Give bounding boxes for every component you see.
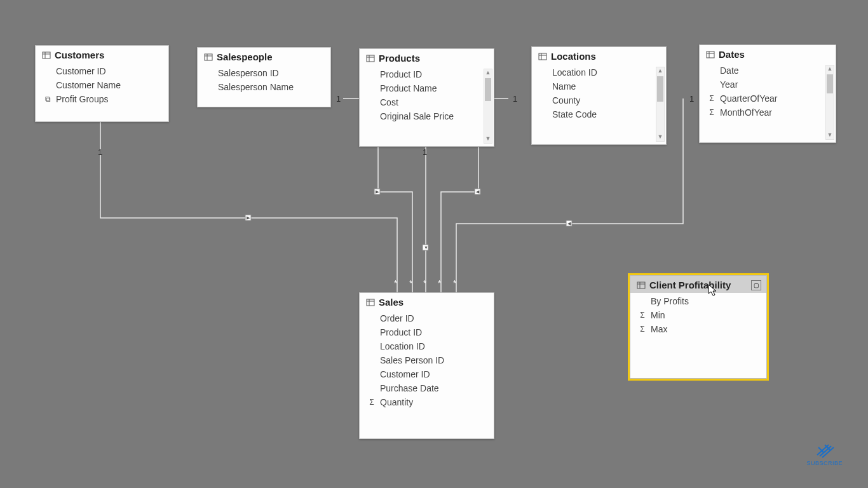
svg-text:◀: ◀ [476, 189, 480, 194]
field-row[interactable]: ΣMax [630, 322, 766, 336]
table-header-customers[interactable]: Customers [36, 46, 168, 63]
scroll-thumb[interactable] [485, 78, 491, 101]
table-customers[interactable]: Customers ·Customer ID·Customer Name⧉Pro… [35, 45, 169, 122]
scroll-down-icon[interactable]: ▼ [826, 132, 834, 139]
field-row[interactable]: ΣQuantity [360, 395, 494, 409]
field-row[interactable]: ·Salesperson Name [198, 80, 330, 94]
scroll-thumb[interactable] [657, 76, 663, 102]
field-label: Cost [380, 97, 489, 107]
table-salespeople[interactable]: Salespeople ·Salesperson ID·Salesperson … [197, 47, 331, 107]
table-sales[interactable]: Sales ·Order ID·Product ID·Location ID·S… [359, 292, 494, 439]
field-row[interactable]: ·Product ID [360, 67, 494, 81]
table-body-customers: ·Customer ID·Customer Name⧉Profit Groups [36, 63, 168, 121]
svg-text:*: * [438, 278, 441, 288]
cardinality-one-dates: 1 [689, 94, 694, 104]
field-label: Quantity [380, 397, 489, 407]
scrollbar-dates[interactable]: ▲ ▼ [825, 65, 834, 140]
scroll-thumb[interactable] [827, 74, 833, 93]
field-label: Sales Person ID [380, 355, 489, 365]
field-row[interactable]: ·Purchase Date [360, 381, 494, 395]
scrollbar-products[interactable]: ▲ ▼ [484, 69, 492, 144]
svg-rect-27 [707, 51, 714, 58]
scroll-up-icon[interactable]: ▲ [484, 69, 492, 77]
field-label: Order ID [380, 313, 489, 323]
field-row[interactable]: ·By Profits [630, 294, 766, 308]
svg-text:▼: ▼ [424, 245, 428, 250]
field-row[interactable]: ·Location ID [532, 65, 666, 79]
svg-rect-2 [423, 245, 428, 250]
table-header-locations[interactable]: Locations [532, 47, 666, 64]
field-row[interactable]: ·Customer Name [36, 78, 168, 92]
field-row[interactable]: ·Name [532, 79, 666, 93]
field-label: Location ID [380, 341, 489, 351]
table-header-sales[interactable]: Sales [360, 293, 494, 310]
field-row[interactable]: ·Location ID [360, 339, 494, 353]
svg-text:◀: ◀ [567, 221, 571, 226]
scroll-up-icon[interactable]: ▲ [826, 65, 834, 73]
svg-rect-30 [367, 299, 374, 306]
subscribe-watermark: SUBSCRIBE [806, 442, 843, 466]
svg-rect-4 [566, 220, 572, 226]
field-row[interactable]: ·Product ID [360, 325, 494, 339]
svg-rect-33 [637, 282, 645, 288]
svg-text:▶: ▶ [376, 189, 379, 194]
field-label: By Profits [651, 296, 761, 306]
field-label: Max [651, 324, 761, 334]
scroll-up-icon[interactable]: ▲ [656, 67, 664, 75]
field-label: Min [651, 310, 761, 320]
table-icon [204, 53, 213, 62]
field-row[interactable]: ΣMonthOfYear [700, 105, 836, 119]
table-icon [706, 50, 715, 59]
field-row[interactable]: ΣQuarterOfYear [700, 92, 836, 105]
sigma-icon: Σ [707, 94, 716, 103]
scroll-down-icon[interactable]: ▼ [484, 135, 492, 143]
field-label: State Code [552, 109, 661, 119]
svg-rect-24 [539, 53, 546, 60]
field-row[interactable]: ·State Code [532, 107, 666, 121]
field-row[interactable]: ·Original Sale Price [360, 109, 494, 123]
field-label: Date [720, 65, 831, 76]
field-row[interactable]: ·Salesperson ID [198, 66, 330, 80]
table-title: Customers [55, 50, 104, 60]
svg-rect-3 [475, 189, 480, 194]
field-row[interactable]: ·Sales Person ID [360, 353, 494, 367]
table-icon [366, 54, 375, 63]
table-header-dates[interactable]: Dates [700, 45, 836, 62]
sigma-icon: Σ [638, 325, 647, 334]
table-title: Dates [719, 49, 745, 60]
field-row[interactable]: ·Cost [360, 95, 494, 109]
field-label: Name [552, 81, 661, 92]
table-title: Sales [379, 297, 403, 308]
scroll-down-icon[interactable]: ▼ [656, 133, 664, 141]
group-icon: ⧉ [43, 95, 52, 104]
model-view-canvas[interactable]: ▶ ▶ ▼ ◀ ◀ * * * * * 1 1 1 1 1 Customers … [0, 0, 868, 488]
svg-rect-1 [374, 189, 380, 194]
field-row[interactable]: ·Date [700, 64, 836, 78]
svg-rect-18 [205, 54, 212, 60]
table-icon [637, 281, 646, 290]
table-products[interactable]: Products ·Product ID·Product Name·Cost·O… [359, 48, 494, 147]
table-client-profitability[interactable]: Client Profitability ▢ ·By ProfitsΣMinΣM… [630, 275, 767, 379]
field-row[interactable]: ΣMin [630, 308, 766, 322]
field-row[interactable]: ⧉Profit Groups [36, 92, 168, 106]
expand-table-button[interactable]: ▢ [751, 280, 761, 290]
table-header-products[interactable]: Products [360, 49, 494, 66]
field-row[interactable]: ·Customer ID [36, 64, 168, 78]
field-row[interactable]: ·Year [700, 78, 836, 92]
svg-text:▶: ▶ [247, 215, 250, 220]
table-locations[interactable]: Locations ·Location ID·Name·County·State… [531, 46, 667, 145]
field-row[interactable]: ·Product Name [360, 81, 494, 95]
field-label: County [552, 95, 661, 105]
field-label: Original Sale Price [380, 111, 489, 121]
scrollbar-locations[interactable]: ▲ ▼ [656, 67, 665, 142]
table-header-client-profitability[interactable]: Client Profitability ▢ [630, 276, 766, 293]
field-label: Product ID [380, 69, 489, 79]
table-title: Locations [551, 51, 596, 62]
field-row[interactable]: ·County [532, 93, 666, 107]
table-dates[interactable]: Dates ·Date·YearΣQuarterOfYearΣMonthOfYe… [699, 44, 836, 143]
field-row[interactable]: ·Order ID [360, 311, 494, 325]
table-header-salespeople[interactable]: Salespeople [198, 48, 330, 65]
field-row[interactable]: ·Customer ID [360, 367, 494, 381]
sigma-icon: Σ [367, 398, 376, 407]
table-icon [538, 52, 547, 61]
